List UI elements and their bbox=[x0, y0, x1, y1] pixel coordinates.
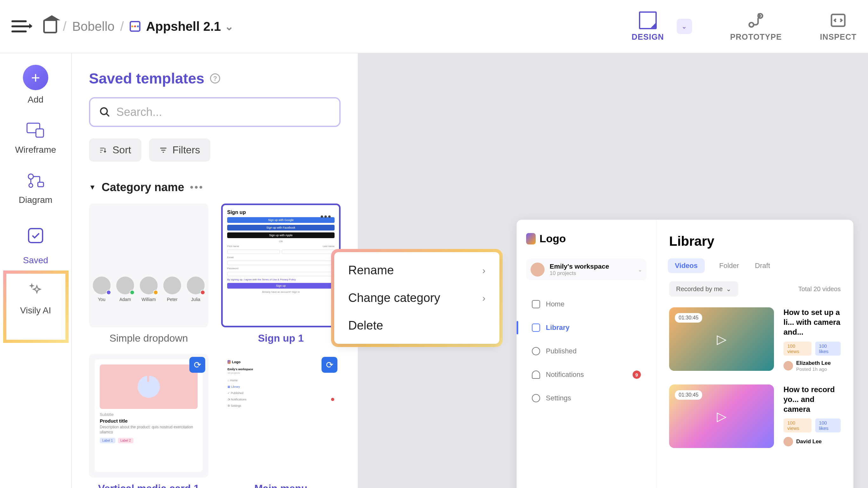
svg-point-5 bbox=[28, 174, 33, 179]
avatar bbox=[783, 437, 793, 447]
svg-rect-7 bbox=[38, 182, 43, 187]
sort-button[interactable]: Sort bbox=[89, 138, 142, 162]
home-icon bbox=[532, 300, 540, 308]
preview-title: Library bbox=[669, 234, 841, 249]
preview-tabs: Videos Folder Draft bbox=[669, 262, 841, 270]
preview-frame[interactable]: Logo Emily's workspace 10 projects ⌄ Hom… bbox=[517, 220, 854, 488]
sort-icon bbox=[99, 146, 107, 154]
top-bar: / Bobello / Appshell 2.1 ⌄ DESIGN ⌄ PROT… bbox=[0, 0, 868, 53]
search-input[interactable]: Search... bbox=[89, 97, 341, 127]
filter-icon bbox=[159, 146, 167, 154]
preview-logo: Logo bbox=[526, 232, 647, 245]
sidebar-diagram[interactable]: Diagram bbox=[19, 170, 53, 205]
sidebar-saved[interactable]: Saved bbox=[17, 220, 55, 265]
template-card-vmc[interactable]: ⟳ Subtitle Product title Description abo… bbox=[89, 354, 209, 488]
play-icon: ▷ bbox=[717, 409, 726, 424]
svg-rect-4 bbox=[36, 129, 43, 137]
svg-rect-8 bbox=[29, 229, 42, 242]
nav-published[interactable]: Published bbox=[526, 340, 647, 362]
hamburger-menu[interactable] bbox=[11, 16, 32, 36]
avatar bbox=[783, 361, 793, 370]
avatar[interactable]: Adam bbox=[116, 276, 134, 302]
wireframe-icon bbox=[25, 120, 46, 140]
more-icon[interactable]: ••• bbox=[190, 182, 204, 193]
breadcrumb-project[interactable]: Bobello bbox=[72, 20, 114, 34]
file-icon bbox=[130, 21, 141, 32]
sync-icon: ⟳ bbox=[189, 357, 205, 373]
tab-videos[interactable]: Videos bbox=[668, 258, 705, 273]
avatar[interactable]: You bbox=[93, 276, 111, 302]
avatar[interactable]: Julia bbox=[187, 276, 205, 302]
mode-prototype[interactable]: PROTOTYPE bbox=[730, 11, 782, 41]
sidebar-add[interactable]: + Add bbox=[23, 65, 48, 105]
logo-icon bbox=[526, 233, 536, 245]
video-thumbnail: 01:30:45▷ bbox=[669, 385, 774, 448]
avatar bbox=[531, 263, 545, 276]
sidebar-ai[interactable]: Visily AI bbox=[20, 281, 51, 316]
chevron-down-icon[interactable]: ⌄ bbox=[225, 20, 234, 33]
chevron-right-icon: › bbox=[482, 293, 486, 303]
inspect-icon bbox=[829, 11, 847, 29]
menu-rename[interactable]: Rename› bbox=[334, 257, 499, 284]
design-icon bbox=[639, 11, 657, 29]
menu-delete[interactable]: Delete bbox=[334, 312, 499, 339]
chevron-down-icon: ⌄ bbox=[726, 285, 732, 293]
svg-point-9 bbox=[101, 108, 107, 115]
nav-library[interactable]: Library bbox=[526, 317, 647, 339]
video-item[interactable]: 01:30:45▷ How to record yo... and camera… bbox=[669, 385, 841, 448]
saved-icon bbox=[25, 225, 46, 246]
grid-icon bbox=[532, 324, 540, 332]
nav-notifications[interactable]: Notifications9 bbox=[526, 363, 647, 386]
workspace-selector[interactable]: Emily's workspace 10 projects ⌄ bbox=[526, 259, 647, 280]
template-card-mainmenu[interactable]: ⟳ Logo Emily's workspace 10 projects ⌂ H… bbox=[221, 354, 341, 488]
avatar[interactable]: William bbox=[140, 276, 158, 302]
total-count: Total 20 videos bbox=[799, 286, 841, 293]
search-icon bbox=[99, 106, 111, 118]
diagram-icon bbox=[25, 170, 46, 191]
video-item[interactable]: 01:30:45▷ How to set up a li... with cam… bbox=[669, 307, 841, 372]
caret-down-icon: ▼ bbox=[89, 183, 96, 191]
templates-panel: Saved templates ? Search... Sort Filters… bbox=[72, 53, 358, 488]
sync-icon: ⟳ bbox=[321, 357, 337, 373]
breadcrumb: / Bobello / Appshell 2.1 ⌄ bbox=[43, 20, 234, 34]
context-menu: Rename› Change category› Delete bbox=[331, 249, 503, 347]
prototype-icon bbox=[747, 11, 765, 29]
card-more-icon[interactable]: ••• bbox=[318, 210, 334, 223]
plus-icon: + bbox=[23, 65, 48, 90]
home-icon[interactable] bbox=[43, 20, 57, 33]
help-icon[interactable]: ? bbox=[210, 73, 220, 84]
svg-point-0 bbox=[749, 23, 754, 27]
design-dropdown[interactable]: ⌄ bbox=[677, 19, 692, 34]
svg-point-6 bbox=[29, 184, 33, 187]
filter-dropdown[interactable]: Recorded by me ⌄ bbox=[669, 281, 738, 297]
chevron-down-icon: ⌄ bbox=[638, 267, 642, 273]
chevron-right-icon: › bbox=[482, 265, 486, 276]
preview-sidebar: Logo Emily's workspace 10 projects ⌄ Hom… bbox=[517, 220, 656, 488]
left-sidebar: + Add Wireframe Diagram bbox=[0, 53, 72, 488]
video-thumbnail: 01:30:45▷ bbox=[669, 307, 774, 371]
menu-change-category[interactable]: Change category› bbox=[334, 284, 499, 312]
template-card-signup[interactable]: ••• Sign up Sign up with Google Sign up … bbox=[221, 203, 341, 344]
template-card-dropdown[interactable]: YouAdamWilliamPeterJulia Simple dropdown bbox=[89, 203, 209, 344]
breadcrumb-file[interactable]: Appshell 2.1 ⌄ bbox=[130, 20, 234, 34]
mode-switcher: DESIGN ⌄ PROTOTYPE INSPECT bbox=[631, 11, 857, 41]
panel-title: Saved templates ? bbox=[89, 70, 341, 87]
toolbar: Sort Filters bbox=[89, 138, 341, 162]
preview-main: Library Videos Folder Draft Recorded by … bbox=[656, 220, 854, 488]
nav-settings[interactable]: Settings bbox=[526, 387, 647, 409]
mode-design[interactable]: DESIGN bbox=[631, 11, 664, 41]
nav-home[interactable]: Home bbox=[526, 293, 647, 315]
filters-button[interactable]: Filters bbox=[149, 138, 210, 162]
tab-folder[interactable]: Folder bbox=[719, 262, 739, 270]
tab-draft[interactable]: Draft bbox=[755, 262, 770, 270]
play-icon: ▷ bbox=[717, 332, 726, 347]
mode-inspect[interactable]: INSPECT bbox=[820, 11, 857, 41]
bell-icon bbox=[532, 370, 540, 379]
check-icon bbox=[532, 347, 540, 355]
gear-icon bbox=[532, 394, 540, 402]
avatar[interactable]: Peter bbox=[163, 276, 181, 302]
category-header[interactable]: ▼ Category name ••• bbox=[89, 181, 341, 194]
sparkle-icon bbox=[25, 281, 46, 301]
sidebar-wireframe[interactable]: Wireframe bbox=[15, 120, 56, 155]
